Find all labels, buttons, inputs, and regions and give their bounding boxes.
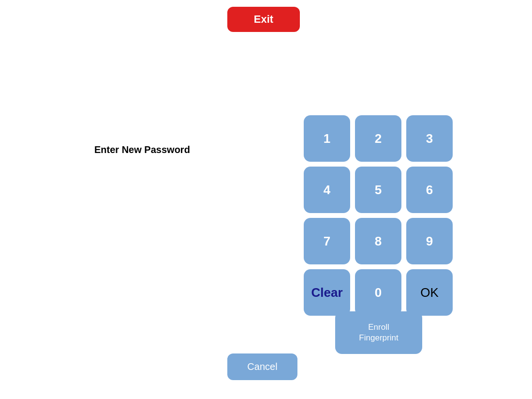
ok-button[interactable]: OK (406, 269, 453, 316)
key-1[interactable]: 1 (304, 115, 350, 162)
key-6[interactable]: 6 (406, 167, 453, 213)
enter-password-label: Enter New Password (94, 144, 190, 155)
key-4[interactable]: 4 (304, 167, 350, 213)
numpad: 1 2 3 4 5 6 7 8 9 Clear 0 OK (304, 115, 453, 316)
key-0[interactable]: 0 (355, 269, 401, 316)
cancel-button[interactable]: Cancel (227, 353, 297, 380)
key-2[interactable]: 2 (355, 115, 401, 162)
clear-button[interactable]: Clear (304, 269, 350, 316)
key-7[interactable]: 7 (304, 218, 350, 264)
key-9[interactable]: 9 (406, 218, 453, 264)
key-3[interactable]: 3 (406, 115, 453, 162)
enroll-fingerprint-button[interactable]: EnrollFingerprint (335, 311, 422, 354)
key-8[interactable]: 8 (355, 218, 401, 264)
key-5[interactable]: 5 (355, 167, 401, 213)
exit-button[interactable]: Exit (227, 7, 300, 32)
